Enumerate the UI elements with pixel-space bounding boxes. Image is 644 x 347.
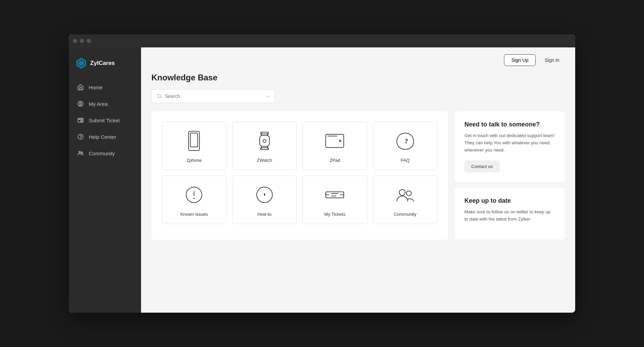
cards-row1: Zphone — [162, 122, 438, 170]
svg-point-23 — [340, 140, 341, 142]
sidebar: ZylCares Home My Area — [69, 47, 141, 313]
logo-icon — [76, 58, 87, 69]
how-to-icon — [253, 183, 277, 207]
page-body: Knowledge Base → — [141, 73, 575, 313]
talk-text: Get in touch with out dedicated support … — [464, 132, 555, 154]
community-icon — [77, 150, 84, 157]
card-zpad[interactable]: ZPad — [302, 122, 367, 170]
sidebar-item-my-area[interactable]: My Area — [69, 96, 141, 112]
svg-text:?: ? — [405, 137, 408, 145]
zphone-icon — [182, 129, 206, 153]
my-tickets-label: My Tickets — [324, 212, 345, 217]
faq-icon: ? — [393, 129, 417, 153]
my-area-label: My Area — [89, 101, 108, 107]
svg-point-3 — [80, 102, 82, 104]
card-community[interactable]: Community — [373, 176, 438, 224]
known-issues-label: Known issues — [180, 212, 208, 217]
talk-to-someone-card: Need to talk to someone? Get in touch wi… — [455, 111, 565, 182]
home-icon — [77, 84, 84, 91]
svg-point-2 — [78, 101, 83, 107]
svg-point-35 — [399, 189, 405, 195]
sidebar-item-home[interactable]: Home — [69, 79, 141, 96]
page-title: Knowledge Base — [151, 73, 565, 82]
sidebar-item-help-center[interactable]: Help Center — [69, 128, 141, 145]
main-header: Sign Up Sign in — [141, 47, 575, 73]
close-dot — [73, 39, 77, 43]
svg-point-28 — [194, 198, 195, 199]
search-input[interactable] — [165, 93, 262, 99]
submit-ticket-icon — [77, 117, 84, 124]
card-how-to[interactable]: How-to — [232, 176, 297, 224]
contact-us-button[interactable]: Contact us — [464, 160, 500, 172]
my-area-icon — [77, 100, 84, 107]
update-title: Keep up to date — [464, 197, 555, 204]
minimize-dot — [80, 39, 84, 43]
card-zwatch[interactable]: ZWatch — [232, 122, 297, 170]
faq-label: FAQ — [401, 158, 410, 163]
search-bar[interactable]: → — [151, 89, 275, 103]
sidebar-item-community[interactable]: Community — [69, 145, 141, 161]
svg-rect-14 — [260, 135, 269, 146]
main-content: Sign Up Sign in Knowledge Base → — [141, 47, 575, 313]
talk-title: Need to talk to someone? — [464, 121, 555, 128]
svg-point-8 — [79, 151, 80, 153]
home-label: Home — [89, 85, 103, 90]
app-window: ZylCares Home My Area — [69, 34, 575, 313]
svg-point-10 — [158, 94, 161, 98]
logo-area: ZylCares — [69, 54, 141, 79]
svg-point-36 — [406, 191, 411, 196]
svg-rect-13 — [191, 133, 198, 147]
maximize-dot — [87, 39, 91, 43]
community-label: Community — [89, 150, 115, 156]
cards-row2: Known issues How-to — [162, 176, 438, 224]
zwatch-label: ZWatch — [257, 158, 272, 163]
cards-section: Zphone — [151, 111, 448, 240]
svg-point-30 — [264, 194, 265, 195]
card-zphone[interactable]: Zphone — [162, 122, 227, 170]
signup-button[interactable]: Sign Up — [504, 54, 536, 66]
zpad-label: ZPad — [330, 158, 340, 163]
card-my-tickets[interactable]: My Tickets — [302, 176, 367, 224]
svg-point-7 — [80, 138, 81, 138]
how-to-label: How-to — [257, 212, 271, 217]
content-grid: Zphone — [151, 111, 565, 240]
svg-point-6 — [78, 134, 83, 139]
svg-point-21 — [263, 139, 266, 143]
update-text: Make sure to follow us on twitter to kee… — [464, 209, 555, 223]
card-known-issues[interactable]: Known issues — [162, 176, 227, 224]
zwatch-icon — [253, 129, 277, 153]
app-container: ZylCares Home My Area — [69, 47, 575, 313]
svg-point-5 — [80, 120, 82, 122]
zphone-label: Zphone — [186, 158, 202, 163]
my-tickets-icon — [323, 183, 347, 207]
help-center-icon — [77, 133, 84, 140]
help-center-label: Help Center — [89, 134, 116, 140]
zpad-icon — [323, 129, 347, 153]
sidebar-item-submit-ticket[interactable]: Submit Ticket — [69, 112, 141, 128]
known-issues-icon — [182, 183, 206, 207]
community-card-icon — [393, 183, 417, 207]
svg-point-9 — [81, 152, 83, 153]
card-faq[interactable]: ? FAQ — [373, 122, 438, 170]
svg-marker-1 — [78, 60, 84, 66]
submit-ticket-label: Submit Ticket — [89, 117, 120, 123]
signin-button[interactable]: Sign in — [539, 54, 565, 66]
titlebar — [69, 34, 575, 47]
keep-up-to-date-card: Keep up to date Make sure to follow us o… — [455, 188, 565, 239]
window-controls — [73, 39, 91, 43]
community-card-label: Community — [394, 212, 417, 217]
search-submit-icon[interactable]: → — [265, 93, 270, 99]
logo-text: ZylCares — [90, 60, 115, 67]
header-actions: Sign Up Sign in — [504, 54, 565, 66]
search-icon — [157, 93, 162, 99]
right-panel: Need to talk to someone? Get in touch wi… — [455, 111, 565, 240]
